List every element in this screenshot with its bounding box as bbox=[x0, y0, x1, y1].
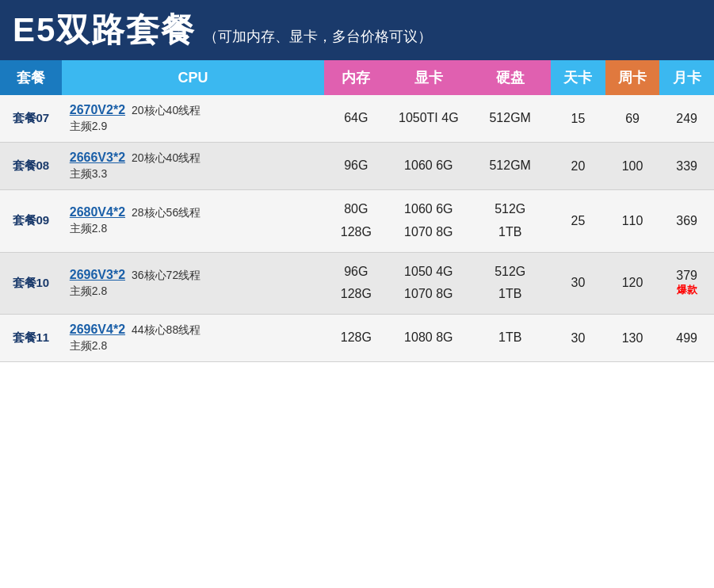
cpu-cores: 44核心88线程 bbox=[132, 323, 200, 336]
page-header: E5双路套餐 （可加内存、显卡，多台价格可议） bbox=[0, 0, 714, 60]
cell-suite: 套餐11 bbox=[0, 315, 62, 362]
cell-cpu: 2670V2*220核心40线程主频2.9 bbox=[62, 95, 325, 143]
table-header: 套餐 CPU 内存 显卡 硬盘 天卡 周卡 月卡 bbox=[0, 60, 714, 95]
cpu-model: 2670V2*2 bbox=[70, 103, 125, 116]
cell-day: 20 bbox=[551, 143, 605, 190]
cell-day: 30 bbox=[551, 315, 605, 362]
col-disk: 硬盘 bbox=[469, 60, 551, 95]
gpu-value: 1080 8G bbox=[392, 326, 464, 349]
cell-suite: 套餐08 bbox=[0, 143, 62, 190]
cell-suite: 套餐10 bbox=[0, 252, 62, 315]
gpu-value: 1050 4G bbox=[392, 261, 464, 284]
col-gpu: 显卡 bbox=[388, 60, 469, 95]
col-week: 周卡 bbox=[605, 60, 660, 95]
disk-value: 512G bbox=[474, 261, 546, 284]
memory-value: 80G bbox=[329, 198, 383, 221]
col-suite: 套餐 bbox=[0, 60, 62, 95]
cell-memory: 96G bbox=[324, 143, 388, 190]
cell-gpu: 1050TI 4G bbox=[388, 95, 469, 143]
cell-cpu: 2696V4*244核心88线程主频2.8 bbox=[62, 315, 325, 362]
page-subtitle: （可加内存、显卡，多台价格可议） bbox=[204, 27, 432, 46]
cell-month: 339 bbox=[659, 143, 714, 190]
cell-day: 25 bbox=[551, 190, 605, 253]
gpu-value: 1050TI 4G bbox=[392, 107, 464, 130]
cell-month: 379爆款 bbox=[659, 252, 714, 315]
cpu-model: 2666V3*2 bbox=[70, 151, 125, 164]
disk-value: 1TB bbox=[474, 326, 546, 349]
memory-value: 128G bbox=[329, 283, 383, 306]
cell-memory: 96G128G bbox=[324, 252, 388, 315]
table-body: 套餐072670V2*220核心40线程主频2.964G1050TI 4G512… bbox=[0, 95, 714, 362]
table-row: 套餐092680V4*228核心56线程主频2.880G128G1060 6G1… bbox=[0, 190, 714, 253]
cell-cpu: 2680V4*228核心56线程主频2.8 bbox=[62, 190, 325, 253]
page-title: E5双路套餐 bbox=[13, 8, 196, 52]
col-memory: 内存 bbox=[324, 60, 388, 95]
cell-day: 30 bbox=[551, 252, 605, 315]
hot-badge: 爆款 bbox=[664, 283, 709, 297]
cpu-model: 2696V3*2 bbox=[70, 268, 125, 281]
cpu-model: 2680V4*2 bbox=[70, 205, 125, 219]
cell-week: 130 bbox=[605, 315, 660, 362]
table-row: 套餐112696V4*244核心88线程主频2.8128G1080 8G1TB3… bbox=[0, 315, 714, 362]
memory-value: 96G bbox=[329, 261, 383, 284]
cell-memory: 64G bbox=[324, 95, 388, 143]
cpu-freq: 主频2.8 bbox=[70, 284, 320, 299]
cpu-freq: 主频3.3 bbox=[70, 167, 320, 181]
table-row: 套餐102696V3*236核心72线程主频2.896G128G1050 4G1… bbox=[0, 252, 714, 315]
gpu-value: 1070 8G bbox=[392, 283, 464, 306]
cell-week: 100 bbox=[605, 143, 660, 190]
cell-disk: 512G1TB bbox=[469, 190, 551, 253]
cell-week: 69 bbox=[605, 95, 660, 143]
gpu-value: 1070 8G bbox=[392, 221, 464, 244]
disk-value: 1TB bbox=[474, 283, 546, 306]
col-month: 月卡 bbox=[659, 60, 714, 95]
cell-disk: 1TB bbox=[469, 315, 551, 362]
disk-value: 1TB bbox=[474, 221, 546, 244]
cell-cpu: 2696V3*236核心72线程主频2.8 bbox=[62, 252, 325, 315]
cell-disk: 512GM bbox=[469, 143, 551, 190]
cell-gpu: 1050 4G1070 8G bbox=[388, 252, 469, 315]
disk-value: 512G bbox=[474, 198, 546, 221]
gpu-value: 1060 6G bbox=[392, 198, 464, 221]
cell-week: 110 bbox=[605, 190, 660, 253]
cell-disk: 512GM bbox=[469, 95, 551, 143]
memory-value: 128G bbox=[329, 326, 383, 349]
cpu-cores: 28核心56线程 bbox=[132, 206, 200, 219]
col-day: 天卡 bbox=[551, 60, 605, 95]
cell-cpu: 2666V3*220核心40线程主频3.3 bbox=[62, 143, 325, 190]
cell-gpu: 1080 8G bbox=[388, 315, 469, 362]
table-row: 套餐082666V3*220核心40线程主频3.396G1060 6G512GM… bbox=[0, 143, 714, 190]
memory-value: 128G bbox=[329, 221, 383, 244]
cell-suite: 套餐07 bbox=[0, 95, 62, 143]
table-row: 套餐072670V2*220核心40线程主频2.964G1050TI 4G512… bbox=[0, 95, 714, 143]
cell-memory: 128G bbox=[324, 315, 388, 362]
cell-suite: 套餐09 bbox=[0, 190, 62, 253]
cpu-freq: 主频2.9 bbox=[70, 120, 320, 134]
gpu-value: 1060 6G bbox=[392, 155, 464, 178]
cpu-freq: 主频2.8 bbox=[70, 339, 320, 353]
disk-value: 512GM bbox=[474, 107, 546, 130]
memory-value: 64G bbox=[329, 107, 383, 130]
cell-gpu: 1060 6G bbox=[388, 143, 469, 190]
cell-month: 369 bbox=[659, 190, 714, 253]
cell-week: 120 bbox=[605, 252, 660, 315]
disk-value: 512GM bbox=[474, 155, 546, 178]
cell-month: 499 bbox=[659, 315, 714, 362]
cpu-cores: 36核心72线程 bbox=[132, 269, 200, 281]
cell-day: 15 bbox=[551, 95, 605, 143]
memory-value: 96G bbox=[329, 155, 383, 178]
cell-disk: 512G1TB bbox=[469, 252, 551, 315]
cpu-model: 2696V4*2 bbox=[70, 323, 125, 336]
cpu-cores: 20核心40线程 bbox=[132, 151, 200, 164]
col-cpu: CPU bbox=[62, 60, 325, 95]
cpu-cores: 20核心40线程 bbox=[132, 104, 200, 116]
cell-memory: 80G128G bbox=[324, 190, 388, 253]
pricing-table: 套餐 CPU 内存 显卡 硬盘 天卡 周卡 月卡 套餐072670V2*220核… bbox=[0, 60, 714, 362]
cpu-freq: 主频2.8 bbox=[70, 222, 320, 236]
cell-month: 249 bbox=[659, 95, 714, 143]
cell-gpu: 1060 6G1070 8G bbox=[388, 190, 469, 253]
